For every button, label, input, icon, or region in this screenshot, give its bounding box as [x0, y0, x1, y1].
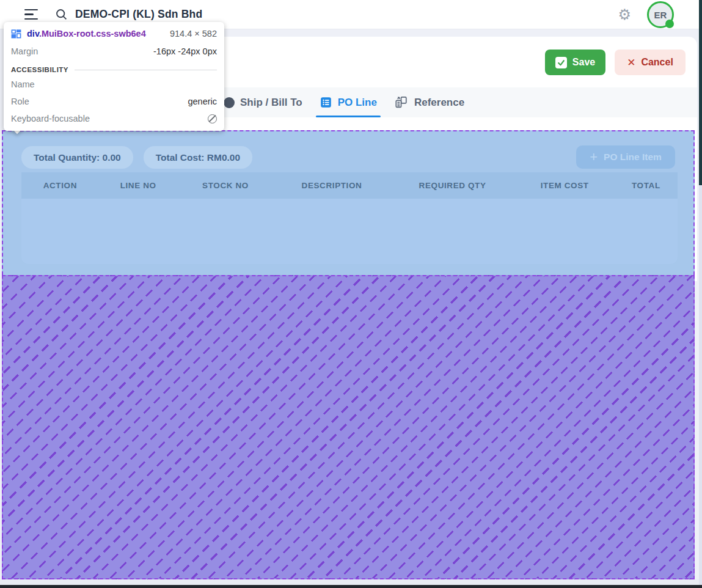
active-tab-underline [316, 116, 381, 118]
selector-tag: div [27, 29, 39, 39]
col-description: DESCRIPTION [273, 181, 390, 190]
tab-ship-bill-to[interactable]: Ship / Bill To [215, 87, 311, 117]
avatar-initials: ER [654, 10, 667, 20]
accessibility-label: ACCESSIBILITY [11, 66, 68, 73]
col-required-qty: REQUIRED QTY [390, 181, 515, 190]
col-stock-no: STOCK NO [178, 181, 274, 190]
po-line-table: ACTION LINE NO STOCK NO DESCRIPTION REQU… [21, 172, 678, 264]
name-label: Name [11, 79, 35, 89]
scrollbar-track[interactable] [699, 185, 702, 588]
add-po-line-item-label: PO Line Item [604, 152, 662, 163]
company-selector[interactable]: DEMO-CPI (KL) Sdn Bhd [75, 8, 202, 21]
name-row: Name [4, 76, 224, 93]
element-badge-icon [11, 29, 21, 39]
save-button-label: Save [572, 57, 595, 68]
cancel-x-icon: ✕ [627, 56, 635, 69]
col-action: ACTION [21, 181, 99, 190]
not-allowed-icon [208, 114, 217, 123]
add-po-line-item-button[interactable]: + PO Line Item [576, 145, 675, 169]
plus-icon: + [590, 150, 598, 164]
search-icon[interactable] [55, 8, 68, 21]
tab-label: Ship / Bill To [240, 97, 302, 109]
tab-label: Reference [414, 97, 464, 109]
total-cost-chip: Total Cost: RM0.00 [144, 146, 252, 169]
role-value: generic [188, 97, 217, 106]
online-status-dot [665, 20, 674, 28]
window-bottom-edge [0, 585, 702, 588]
keyboard-focusable-row: Keyboard-focusable [4, 110, 224, 127]
element-dimensions: 914.4 × 582 [170, 29, 217, 39]
tab-label: PO Line [338, 97, 377, 109]
scrollbar-thumb[interactable] [699, 0, 702, 185]
reference-docs-icon [394, 96, 409, 109]
devtools-content-highlight: Total Quantity: 0.00 Total Cost: RM0.00 … [2, 130, 695, 275]
col-line-no: LINE NO [99, 181, 178, 190]
save-check-icon [555, 57, 567, 68]
inspected-selector: div.MuiBox-root.css-swb6e4 [27, 29, 146, 39]
devtools-inspect-tooltip: div.MuiBox-root.css-swb6e4 914.4 × 582 M… [4, 22, 224, 131]
section-divider [75, 70, 217, 70]
settings-gear-icon[interactable]: ⚙ [618, 7, 631, 22]
margin-label: Margin [11, 46, 38, 56]
save-button[interactable]: Save [545, 50, 605, 75]
keyboard-focusable-label: Keyboard-focusable [11, 114, 90, 123]
margin-row: Margin -16px -24px 0px [4, 43, 224, 60]
user-avatar[interactable]: ER [647, 1, 674, 28]
margin-value: -16px -24px 0px [153, 46, 217, 56]
role-row: Role generic [4, 93, 224, 110]
tab-po-line[interactable]: PO Line [311, 87, 386, 117]
po-line-table-header: ACTION LINE NO STOCK NO DESCRIPTION REQU… [21, 172, 678, 199]
selector-classes: .MuiBox-root.css-swb6e4 [39, 29, 146, 39]
menu-icon[interactable] [24, 9, 38, 20]
page-bottom-gutter [0, 579, 702, 585]
cancel-button[interactable]: ✕ Cancel [615, 50, 686, 75]
cancel-button-label: Cancel [641, 57, 673, 68]
ship-bill-icon [224, 97, 235, 108]
po-line-list-icon [320, 96, 332, 109]
role-label: Role [11, 97, 29, 106]
po-line-table-empty-body [21, 199, 678, 264]
accessibility-section-header: ACCESSIBILITY [4, 60, 224, 76]
col-item-cost: ITEM COST [515, 181, 615, 190]
col-total: TOTAL [615, 181, 678, 190]
total-quantity-chip: Total Quantity: 0.00 [21, 146, 133, 169]
tab-reference[interactable]: Reference [386, 87, 473, 117]
po-totals-row: Total Quantity: 0.00 Total Cost: RM0.00 [21, 146, 252, 169]
devtools-margin-highlight [2, 275, 695, 579]
